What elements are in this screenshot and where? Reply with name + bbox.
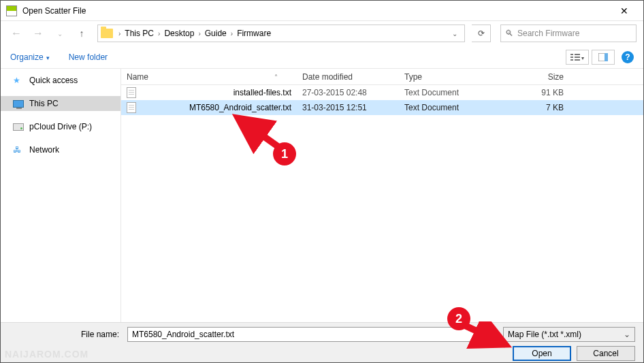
file-size: 7 KB [508, 103, 569, 112]
new-folder-button[interactable]: New folder [69, 52, 108, 62]
up-button[interactable] [73, 25, 91, 42]
history-dropdown[interactable] [51, 25, 69, 42]
sidebar-item-network[interactable]: Network [1, 142, 120, 157]
pc-icon [13, 100, 24, 108]
list-view-icon [570, 53, 580, 61]
annotation-badge-2: 2 [447, 307, 470, 330]
crumb-thispc[interactable]: This PC [123, 27, 155, 40]
file-size: 91 KB [508, 88, 569, 97]
chevron-down-icon [624, 330, 630, 339]
breadcrumb-dropdown[interactable]: ⌄ [452, 30, 457, 37]
watermark: NAIJAROM.COM [5, 349, 88, 360]
chevron-down-icon [581, 52, 584, 62]
annotation-arrow-2 [461, 321, 515, 350]
filename-label: File name: [9, 330, 123, 339]
crumb-desktop[interactable]: Desktop [163, 27, 195, 40]
refresh-button[interactable] [472, 25, 491, 42]
sidebar-label: Network [29, 145, 59, 155]
window-title: Open Scatter File [22, 6, 611, 16]
preview-pane-icon [598, 53, 608, 61]
help-button[interactable]: ? [622, 51, 634, 63]
svg-rect-5 [575, 59, 580, 61]
crumb-firmware[interactable]: Firmware [236, 27, 272, 40]
forward-button[interactable] [29, 25, 47, 42]
folder-icon [101, 29, 113, 38]
chevron-down-icon [46, 52, 50, 62]
view-mode-button[interactable] [566, 50, 589, 65]
text-file-icon [127, 102, 136, 113]
search-placeholder: Search Firmware [517, 29, 579, 38]
chevron-right-icon: › [158, 30, 160, 37]
svg-rect-3 [575, 57, 580, 58]
sidebar: Quick access This PC pCloud Drive (P:) N… [1, 69, 121, 322]
chevron-right-icon: › [118, 30, 120, 37]
close-button[interactable]: ✕ [611, 5, 638, 16]
breadcrumb[interactable]: › This PC › Desktop › Guide › Firmware ⌄ [97, 25, 465, 42]
svg-rect-0 [570, 54, 573, 55]
nav-row: › This PC › Desktop › Guide › Firmware ⌄… [1, 21, 643, 46]
network-icon [13, 145, 24, 155]
search-input[interactable]: Search Firmware [500, 25, 637, 42]
annotation-badge-1: 1 [273, 142, 296, 165]
bottom-panel: File name: Map File (*.txt *.xml) Open C… [1, 322, 643, 363]
svg-rect-2 [570, 57, 573, 58]
col-size[interactable]: Size [508, 72, 569, 82]
file-row-selected[interactable]: MT6580_Android_scatter.txt 31-03-2015 12… [121, 100, 643, 115]
drive-icon [13, 123, 24, 131]
file-type: Text Document [399, 103, 508, 112]
filter-label: Map File (*.txt *.xml) [508, 330, 581, 339]
svg-rect-1 [575, 54, 580, 55]
crumb-guide[interactable]: Guide [204, 27, 228, 40]
chevron-right-icon: › [231, 30, 233, 37]
organize-menu[interactable]: Organize [10, 52, 50, 62]
sidebar-item-quick-access[interactable]: Quick access [1, 73, 120, 88]
search-icon [505, 29, 513, 38]
svg-line-9 [465, 326, 506, 345]
sidebar-label: Quick access [29, 76, 78, 85]
filename-input[interactable] [127, 327, 495, 342]
col-type[interactable]: Type [399, 72, 508, 82]
col-name[interactable]: Name [121, 72, 297, 82]
preview-pane-button[interactable] [592, 50, 615, 65]
organize-label: Organize [10, 52, 44, 62]
main-area: Quick access This PC pCloud Drive (P:) N… [1, 69, 643, 322]
file-list: Name Date modified Type Size installed-f… [121, 69, 643, 322]
star-icon [13, 76, 24, 85]
svg-rect-4 [570, 59, 573, 61]
cancel-button[interactable]: Cancel [577, 346, 635, 361]
toolbar: Organize New folder ? [1, 46, 643, 69]
filetype-filter[interactable]: Map File (*.txt *.xml) [503, 327, 635, 342]
sidebar-label: pCloud Drive (P:) [29, 122, 92, 131]
titlebar: Open Scatter File ✕ [1, 1, 643, 21]
sidebar-label: This PC [29, 99, 59, 108]
chevron-right-icon: › [198, 30, 200, 37]
col-name-label: Name [127, 72, 148, 82]
text-file-icon [127, 87, 136, 98]
file-date: 31-03-2015 12:51 [297, 103, 399, 112]
file-name: MT6580_Android_scatter.txt [189, 103, 291, 112]
column-headers: Name Date modified Type Size [121, 69, 643, 85]
app-icon [6, 5, 17, 16]
col-date[interactable]: Date modified [297, 72, 399, 82]
file-type: Text Document [399, 88, 508, 97]
file-name: installed-files.txt [234, 88, 291, 97]
sidebar-item-this-pc[interactable]: This PC [1, 96, 120, 111]
svg-rect-7 [605, 53, 608, 61]
file-row[interactable]: installed-files.txt 27-03-2015 02:48 Tex… [121, 85, 643, 100]
sidebar-item-pcloud[interactable]: pCloud Drive (P:) [1, 119, 120, 134]
sort-asc-icon [274, 72, 291, 82]
back-button[interactable] [7, 25, 25, 42]
svg-line-8 [238, 118, 280, 148]
open-button[interactable]: Open [513, 346, 571, 361]
file-date: 27-03-2015 02:48 [297, 88, 399, 97]
